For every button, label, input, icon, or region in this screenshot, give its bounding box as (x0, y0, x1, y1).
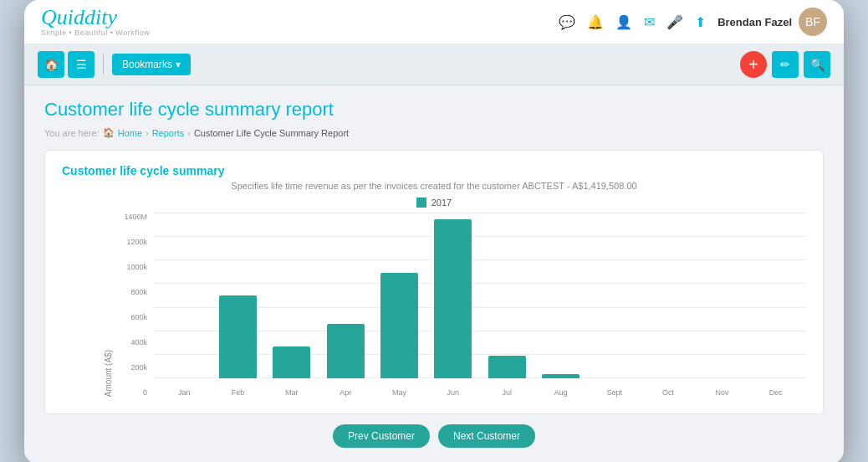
y-axis: 0200k400k600k800k1000k1200k1400M (119, 213, 154, 397)
next-customer-button[interactable]: Next Customer (438, 424, 535, 448)
chart-inner: Amount (A$) 0200k400k600k800k1000k1200k1… (104, 213, 806, 397)
chevron-down-icon: ▾ (176, 59, 181, 70)
page-title: Customer life cycle summary report (44, 99, 824, 121)
bar (380, 273, 418, 378)
y-axis-tick: 0 (119, 388, 147, 397)
y-axis-tick: 1400M (119, 213, 147, 221)
bar-group (319, 324, 372, 378)
home-button[interactable]: 🏠 (38, 51, 64, 78)
user-area: Brendan Fazel BF (717, 8, 827, 36)
search-button[interactable]: 🔍 (804, 51, 830, 78)
x-label: Aug (534, 388, 587, 397)
legend-label-2017: 2017 (431, 198, 452, 208)
y-axis-label: Amount (A$) (104, 350, 119, 397)
home-icon-small: 🏠 (103, 127, 115, 138)
bars-row (154, 213, 806, 378)
bar (273, 346, 310, 378)
microphone-icon[interactable]: 🎤 (666, 14, 683, 30)
bar-group (534, 374, 587, 378)
user-name[interactable]: Brendan Fazel (717, 16, 792, 28)
upload-icon[interactable]: ⬆ (695, 14, 706, 30)
x-label: Jul (480, 388, 534, 397)
y-axis-tick: 1200k (119, 238, 147, 246)
x-label: Sept (588, 388, 641, 397)
notifications-icon[interactable]: 🔔 (587, 14, 604, 30)
edit-button[interactable]: ✏ (772, 51, 799, 78)
bar (327, 324, 365, 378)
chart-wrapper: Amount (A$) 0200k400k600k800k1000k1200k1… (62, 213, 806, 397)
bookmarks-button[interactable]: Bookmarks ▾ (112, 54, 191, 75)
logo-text: Quiddity (41, 7, 117, 28)
bar-group (372, 273, 426, 378)
bar-group (265, 346, 319, 378)
x-label: Jun (426, 388, 480, 397)
chart-subtitle: Specifies life time revenue as per the i… (62, 181, 806, 191)
avatar[interactable]: BF (799, 8, 827, 36)
breadcrumb-sep2: › (187, 128, 191, 138)
card-title: Customer life cycle summary (62, 164, 806, 177)
y-axis-tick: 400k (119, 338, 147, 346)
legend-color-2017 (416, 198, 426, 208)
toolbar-divider (103, 54, 104, 74)
x-label: Feb (211, 388, 264, 397)
y-axis-tick: 200k (119, 363, 147, 372)
bars-area: JanFebMarAprMayJunJulAugSeptOctNovDec (154, 213, 806, 397)
toolbar: 🏠 ☰ Bookmarks ▾ + ✏ 🔍 (24, 44, 844, 85)
y-axis-tick: 600k (119, 313, 147, 321)
breadcrumb-reports[interactable]: Reports (152, 128, 185, 138)
bar (488, 356, 526, 378)
bar (542, 374, 580, 378)
x-label: May (372, 388, 426, 397)
toolbar-right: + ✏ 🔍 (740, 51, 830, 78)
card: Customer life cycle summary Specifies li… (44, 150, 824, 414)
breadcrumb-sep1: › (146, 128, 149, 138)
action-buttons: Prev Customer Next Customer (44, 424, 824, 448)
y-axis-tick: 1000k (119, 263, 147, 271)
mail-icon[interactable]: ✉ (644, 14, 655, 30)
chart-legend: 2017 (62, 198, 806, 208)
x-label: Mar (265, 388, 319, 397)
main-content: Customer life cycle summary report You a… (24, 85, 844, 462)
x-label: Oct (641, 388, 695, 397)
x-label: Dec (749, 388, 803, 397)
logo: Quiddity Simple • Beautiful • Workflow (41, 7, 150, 37)
breadcrumb-home[interactable]: Home (118, 128, 142, 138)
x-label: Jan (157, 388, 211, 397)
bar (219, 295, 257, 378)
logo-tagline: Simple • Beautiful • Workflow (41, 28, 150, 37)
y-axis-tick: 800k (119, 288, 147, 296)
messages-icon[interactable]: 💬 (559, 14, 575, 30)
x-label: Apr (319, 388, 372, 397)
breadcrumb: You are here: 🏠 Home › Reports › Custome… (44, 127, 824, 138)
profile-icon[interactable]: 👤 (615, 14, 632, 30)
menu-button[interactable]: ☰ (68, 51, 94, 78)
toolbar-left: 🏠 ☰ Bookmarks ▾ (38, 51, 191, 78)
breadcrumb-current: Customer Life Cycle Summary Report (194, 128, 349, 138)
bar (434, 219, 472, 378)
add-button[interactable]: + (740, 51, 767, 78)
you-are-here: You are here: (44, 128, 100, 138)
bar-group (480, 356, 534, 378)
bar-group (211, 295, 264, 378)
prev-customer-button[interactable]: Prev Customer (333, 424, 430, 448)
x-label: Nov (695, 388, 748, 397)
bookmarks-label: Bookmarks (122, 59, 172, 70)
x-labels: JanFebMarAprMayJunJulAugSeptOctNovDec (154, 388, 806, 397)
bar-group (426, 219, 480, 378)
nav-icons: 💬 🔔 👤 ✉ 🎤 ⬆ Brendan Fazel BF (559, 8, 827, 36)
